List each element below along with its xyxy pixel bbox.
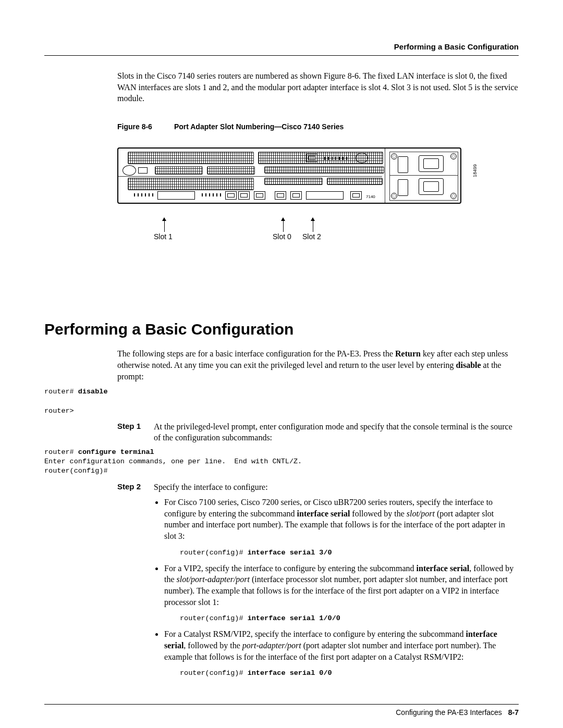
bullet-7100: For Cisco 7100 series, Cisco 7200 series… bbox=[164, 496, 519, 558]
text: The following steps are for a basic inte… bbox=[117, 349, 395, 358]
screw-icon bbox=[391, 153, 397, 159]
led-row-icon bbox=[134, 193, 155, 196]
slot2-label: Slot 2 bbox=[302, 232, 321, 242]
step2-bullets: For Cisco 7100 series, Cisco 7200 series… bbox=[164, 496, 519, 678]
intro-paragraph: Slots in the Cisco 7140 series routers a… bbox=[117, 70, 519, 104]
ethernet-port-icon bbox=[290, 191, 302, 200]
callout-slot1 bbox=[164, 220, 165, 232]
screw-icon bbox=[450, 153, 457, 159]
model-text: 7140 bbox=[366, 194, 375, 199]
section-heading: Performing a Basic Configuration bbox=[44, 319, 519, 340]
power-switch-icon bbox=[398, 156, 408, 173]
disable-cmd: disable bbox=[456, 361, 481, 369]
figure-label: Figure 8-6 bbox=[117, 122, 172, 132]
router-chassis-icon: 7140 18499 bbox=[117, 147, 461, 204]
step-label: Step 1 bbox=[117, 421, 154, 443]
bullet-catalyst: For a Catalyst RSM/VIP2, specify the int… bbox=[164, 627, 519, 678]
ethernet-port-icon bbox=[254, 191, 265, 200]
screw-icon bbox=[391, 193, 397, 199]
ethernet-port-icon bbox=[350, 191, 362, 200]
vent-grille-icon bbox=[327, 178, 383, 185]
screw-icon bbox=[450, 193, 457, 199]
power-panel bbox=[389, 152, 458, 201]
knob-icon bbox=[356, 153, 368, 163]
return-key: Return bbox=[395, 349, 421, 358]
code-block-configure: router# configure terminal Enter configu… bbox=[44, 448, 519, 476]
slot0-label: Slot 0 bbox=[273, 232, 291, 242]
figure-8-6: Slot 5 Slot 4 bbox=[117, 147, 467, 300]
code-block-iface100: router(config)# interface serial 1/0/0 bbox=[180, 614, 519, 623]
ethernet-port-icon bbox=[238, 191, 250, 200]
code-block-iface30: router(config)# interface serial 3/0 bbox=[180, 548, 519, 558]
figure-caption: Figure 8-6 Port Adapter Slot Numbering—C… bbox=[117, 122, 519, 132]
port-icon bbox=[306, 154, 317, 162]
footer-chapter: Configuring the PA-E3 Interfaces bbox=[396, 708, 502, 717]
page-footer: Configuring the PA-E3 Interfaces 8-7 bbox=[44, 704, 519, 718]
code-block-disable: router# disable router> bbox=[44, 387, 519, 416]
ethernet-port-icon bbox=[225, 191, 237, 200]
arrow-up-icon bbox=[162, 217, 166, 221]
code-block-iface00: router(config)# interface serial 0/0 bbox=[180, 669, 519, 678]
power-switch-icon bbox=[398, 179, 408, 196]
vent-grille-icon bbox=[128, 178, 254, 190]
divider bbox=[390, 175, 458, 176]
footer-page-number: 8-7 bbox=[508, 708, 519, 717]
vent-grille-icon bbox=[128, 152, 254, 164]
step-1: Step 1 At the privileged-level prompt, e… bbox=[117, 421, 519, 443]
header-rule bbox=[44, 55, 519, 56]
iec-power-socket-icon bbox=[419, 178, 444, 195]
step-body: At the privileged-level prompt, enter co… bbox=[154, 421, 519, 443]
port-icon bbox=[157, 191, 195, 200]
step-2: Step 2 Specify the interface to configur… bbox=[117, 482, 519, 493]
step-label: Step 2 bbox=[117, 482, 154, 493]
figure-title: Port Adapter Slot Numbering—Cisco 7140 S… bbox=[174, 122, 344, 131]
arrow-up-icon bbox=[311, 217, 315, 221]
slot1-label: Slot 1 bbox=[154, 232, 173, 242]
arrow-up-icon bbox=[281, 217, 285, 221]
led-row-icon bbox=[202, 193, 223, 196]
bullet-vip2: For a VIP2, specify the interface to con… bbox=[164, 562, 519, 624]
vent-grille-icon bbox=[155, 166, 203, 175]
knob-icon bbox=[123, 165, 136, 176]
iec-power-socket-icon bbox=[419, 155, 444, 172]
chassis-divider bbox=[385, 149, 385, 203]
step-body: Specify the interface to configure: bbox=[154, 482, 519, 493]
running-header: Performing a Basic Configuration bbox=[44, 42, 519, 52]
callout-slot2 bbox=[313, 220, 313, 232]
drawing-id: 18499 bbox=[472, 164, 478, 177]
port-icon bbox=[306, 191, 344, 200]
vent-grille-icon bbox=[207, 166, 255, 175]
vent-grille-icon bbox=[264, 166, 384, 174]
vent-grille-icon bbox=[264, 178, 323, 185]
switch-icon bbox=[138, 167, 148, 174]
led-row-icon bbox=[324, 157, 348, 160]
chassis-midline bbox=[118, 176, 382, 177]
ethernet-port-icon bbox=[275, 191, 286, 200]
callout-slot0 bbox=[283, 220, 284, 232]
section-intro: The following steps are for a basic inte… bbox=[117, 348, 519, 382]
